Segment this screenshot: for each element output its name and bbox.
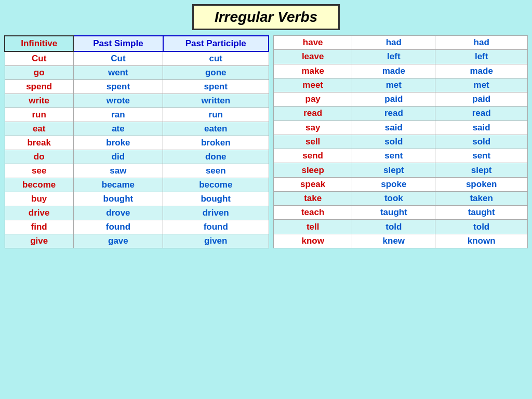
left-cell-col1: find bbox=[5, 220, 73, 234]
right-cell-col1: make bbox=[274, 64, 352, 78]
left-cell-col3: bought bbox=[163, 192, 269, 206]
right-cell-col3: told bbox=[435, 220, 528, 234]
left-table-row: breakbrokebroken bbox=[5, 136, 269, 150]
right-cell-col3: left bbox=[435, 50, 528, 64]
right-cell-col3: slept bbox=[435, 163, 528, 177]
left-header-past-simple: Past Simple bbox=[73, 36, 163, 51]
left-cell-col2: drove bbox=[73, 206, 163, 220]
left-table-row: dodiddone bbox=[5, 150, 269, 164]
left-table-row: seesawseen bbox=[5, 164, 269, 178]
right-cell-col3: taken bbox=[435, 191, 528, 205]
left-cell-col1: spend bbox=[5, 80, 73, 94]
left-cell-col1: eat bbox=[5, 122, 73, 136]
left-cell-col1: do bbox=[5, 150, 73, 164]
left-cell-col3: written bbox=[163, 94, 269, 108]
right-cell-col2: said bbox=[352, 121, 435, 135]
left-cell-col1: see bbox=[5, 164, 73, 178]
left-table-row: spendspentspent bbox=[5, 80, 269, 94]
left-cell-col2: spent bbox=[73, 80, 163, 94]
right-table-row: sendsentsent bbox=[274, 149, 528, 163]
right-cell-col3: sold bbox=[435, 135, 528, 149]
right-cell-col2: spoke bbox=[352, 177, 435, 191]
left-cell-col1: break bbox=[5, 136, 73, 150]
left-table-row: findfoundfound bbox=[5, 220, 269, 234]
right-cell-col1: send bbox=[274, 149, 352, 163]
left-table-row: givegavegiven bbox=[5, 234, 269, 248]
right-cell-col1: tell bbox=[274, 220, 352, 234]
left-table-row: eatateeaten bbox=[5, 122, 269, 136]
right-cell-col2: paid bbox=[352, 92, 435, 107]
right-table-row: havehadhad bbox=[274, 36, 528, 50]
right-cell-col3: made bbox=[435, 64, 528, 78]
left-table-row: buyboughtbought bbox=[5, 192, 269, 206]
left-cell-col1: go bbox=[5, 66, 73, 80]
right-cell-col3: spoken bbox=[435, 177, 528, 191]
right-table-row: taketooktaken bbox=[274, 191, 528, 205]
right-table-row: paypaidpaid bbox=[274, 92, 528, 107]
right-table-row: makemademade bbox=[274, 64, 528, 78]
right-table-row: teachtaughttaught bbox=[274, 206, 528, 220]
left-cell-col2: became bbox=[73, 178, 163, 192]
right-table-row: meetmetmet bbox=[274, 78, 528, 92]
left-cell-col3: become bbox=[163, 178, 269, 192]
right-cell-col3: said bbox=[435, 121, 528, 135]
left-cell-col2: found bbox=[73, 220, 163, 234]
right-cell-col2: took bbox=[352, 191, 435, 205]
right-cell-col2: left bbox=[352, 50, 435, 64]
left-cell-col2: ate bbox=[73, 122, 163, 136]
left-cell-col1: become bbox=[5, 178, 73, 192]
right-cell-col2: knew bbox=[352, 234, 435, 248]
left-cell-col2: wrote bbox=[73, 94, 163, 108]
right-cell-col3: had bbox=[435, 36, 528, 50]
right-cell-col3: met bbox=[435, 78, 528, 92]
right-cell-col1: read bbox=[274, 107, 352, 121]
left-cell-col2: bought bbox=[73, 192, 163, 206]
right-table-row: knowknewknown bbox=[274, 234, 528, 248]
right-cell-col3: sent bbox=[435, 149, 528, 163]
page-title: Irregular Verbs bbox=[192, 4, 340, 30]
left-cell-col1: run bbox=[5, 108, 73, 122]
left-cell-col1: buy bbox=[5, 192, 73, 206]
right-cell-col2: taught bbox=[352, 206, 435, 220]
right-table-row: telltoldtold bbox=[274, 220, 528, 234]
right-cell-col2: sold bbox=[352, 135, 435, 149]
left-table-row: runranrun bbox=[5, 108, 269, 122]
right-cell-col2: made bbox=[352, 64, 435, 78]
left-header-past-participle: Past Participle bbox=[163, 36, 269, 51]
right-cell-col2: had bbox=[352, 36, 435, 50]
left-table-row: CutCutcut bbox=[5, 51, 269, 66]
right-cell-col1: meet bbox=[274, 78, 352, 92]
left-cell-col3: spent bbox=[163, 80, 269, 94]
left-cell-col1: give bbox=[5, 234, 73, 248]
left-verb-table: Infinitive Past Simple Past Participle C… bbox=[4, 35, 269, 248]
left-table-row: drivedrovedriven bbox=[5, 206, 269, 220]
right-cell-col2: read bbox=[352, 107, 435, 121]
right-table-row: readreadread bbox=[274, 107, 528, 121]
left-cell-col1: drive bbox=[5, 206, 73, 220]
left-cell-col2: went bbox=[73, 66, 163, 80]
right-table-row: speakspokespoken bbox=[274, 177, 528, 191]
left-cell-col3: driven bbox=[163, 206, 269, 220]
right-cell-col1: sell bbox=[274, 135, 352, 149]
main-content: Infinitive Past Simple Past Participle C… bbox=[4, 35, 528, 248]
right-cell-col2: met bbox=[352, 78, 435, 92]
left-cell-col3: eaten bbox=[163, 122, 269, 136]
left-cell-col2: ran bbox=[73, 108, 163, 122]
right-table-row: sellsoldsold bbox=[274, 135, 528, 149]
right-cell-col1: sleep bbox=[274, 163, 352, 177]
right-cell-col1: pay bbox=[274, 92, 352, 107]
left-cell-col2: did bbox=[73, 150, 163, 164]
left-cell-col1: Cut bbox=[5, 51, 73, 66]
right-cell-col2: sent bbox=[352, 149, 435, 163]
left-cell-col1: write bbox=[5, 94, 73, 108]
left-cell-col3: cut bbox=[163, 51, 269, 66]
left-cell-col3: seen bbox=[163, 164, 269, 178]
left-header-infinitive: Infinitive bbox=[5, 36, 73, 51]
left-cell-col3: broken bbox=[163, 136, 269, 150]
right-verb-table: havehadhadleaveleftleftmakemademademeetm… bbox=[273, 35, 528, 248]
left-cell-col2: saw bbox=[73, 164, 163, 178]
left-cell-col2: gave bbox=[73, 234, 163, 248]
left-cell-col3: gone bbox=[163, 66, 269, 80]
right-cell-col1: say bbox=[274, 121, 352, 135]
right-table-row: sleepsleptslept bbox=[274, 163, 528, 177]
